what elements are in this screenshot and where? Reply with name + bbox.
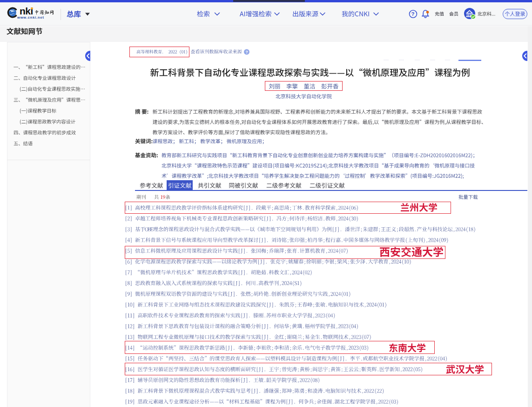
svg-text:?: ?	[245, 50, 248, 54]
svg-text:?: ?	[411, 11, 414, 17]
